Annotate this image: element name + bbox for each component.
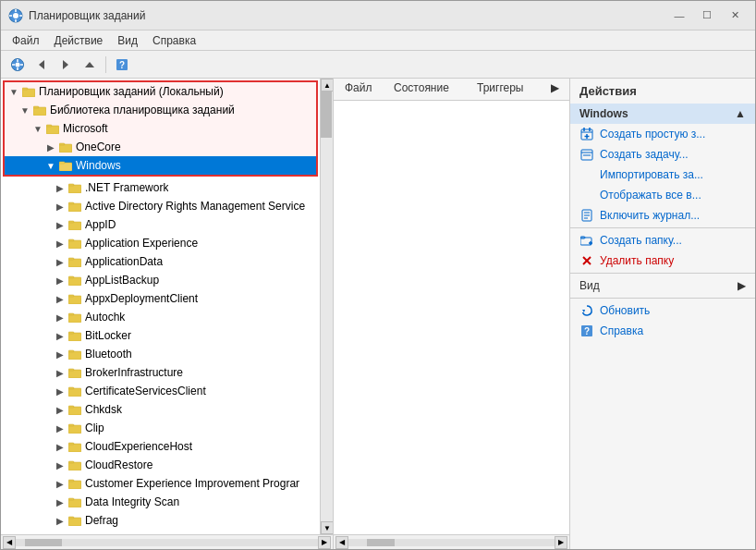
- tree-item-7[interactable]: ▶ BitLocker: [1, 326, 320, 345]
- highlighted-tree-group: ▼ Планировщик заданий (Локальный): [3, 80, 318, 177]
- tree-item-11[interactable]: ▶ Chkdsk: [1, 400, 320, 419]
- svg-rect-28: [68, 184, 74, 186]
- vscroll-track: [321, 92, 333, 521]
- help-toolbar-button[interactable]: ?: [111, 54, 133, 76]
- help-icon: ?: [579, 324, 594, 338]
- svg-rect-46: [68, 350, 74, 352]
- menu-action[interactable]: Действие: [47, 32, 111, 48]
- svg-rect-37: [68, 277, 81, 286]
- action-create-folder[interactable]: Создать папку...: [570, 230, 755, 251]
- action-delete-folder[interactable]: Удалить папку: [570, 251, 755, 271]
- col-header-file[interactable]: Файл: [339, 81, 388, 97]
- action-create-simple-label: Создать простую з...: [600, 128, 705, 141]
- svg-rect-30: [68, 202, 74, 204]
- tree-item-17[interactable]: ▶ Defrag: [1, 511, 320, 530]
- task-add-icon: [579, 147, 594, 162]
- tree-item-16[interactable]: ▶ Data Integrity Scan: [1, 493, 320, 511]
- hscroll-left-button[interactable]: ◀: [3, 536, 16, 549]
- forward-button[interactable]: [55, 54, 77, 76]
- close-button[interactable]: ✕: [722, 6, 748, 25]
- main-content: ▼ Планировщик заданий (Локальный): [1, 79, 755, 549]
- tree-item-15[interactable]: ▶ Customer Experience Improvement Progra…: [1, 474, 320, 493]
- menu-help[interactable]: Справка: [145, 32, 203, 48]
- svg-rect-20: [33, 106, 39, 108]
- svg-point-7: [16, 62, 20, 67]
- tree-item-5[interactable]: ▶ AppxDeploymentClient: [1, 289, 320, 308]
- tree-item-6[interactable]: ▶ Autochk: [1, 308, 320, 326]
- tree-item-13[interactable]: ▶ CloudExperienceHost: [1, 437, 320, 456]
- middle-hscroll-left[interactable]: ◀: [335, 536, 348, 549]
- tree-root[interactable]: ▼ Планировщик заданий (Локальный): [5, 82, 316, 101]
- application-experience-label: Application Experience: [85, 237, 198, 250]
- tree-onecore[interactable]: ▶ OneCore: [5, 138, 316, 156]
- action-enable-journal-label: Включить журнал...: [600, 209, 700, 222]
- action-show-all[interactable]: Отображать все в...: [570, 185, 755, 205]
- tree-item-label-6: Autochk: [85, 311, 125, 324]
- tree-item-3[interactable]: ▶ ApplicationData: [1, 252, 320, 271]
- svg-rect-40: [68, 295, 74, 297]
- microsoft-folder-icon: [45, 121, 60, 136]
- middle-panel: Файл Состояние Триггеры ▶ ◀ ▶: [334, 79, 570, 549]
- tree-library[interactable]: ▼ Библиотека планировщика заданий: [5, 101, 316, 119]
- vscroll-up-button[interactable]: ▲: [321, 79, 333, 92]
- maximize-button[interactable]: ☐: [694, 6, 720, 25]
- tree-item-4[interactable]: ▶ AppListBackup: [1, 271, 320, 289]
- middle-hscrollbar[interactable]: ◀ ▶: [334, 534, 569, 549]
- svg-rect-24: [59, 143, 65, 145]
- list-icon: [579, 188, 594, 202]
- folder-new-icon: [579, 233, 594, 248]
- svg-rect-22: [46, 125, 52, 127]
- clock-icon-btn[interactable]: [6, 54, 29, 76]
- tree-item-10[interactable]: ▶ CertificateServicesClient: [1, 382, 320, 400]
- menu-file[interactable]: Файл: [5, 32, 47, 48]
- svg-rect-29: [68, 203, 81, 212]
- hscroll-thumb[interactable]: [25, 539, 62, 546]
- tree-scroll-area[interactable]: ▼ Планировщик заданий (Локальный): [1, 79, 320, 534]
- svg-rect-47: [68, 370, 81, 378]
- action-help[interactable]: ? Справка: [570, 321, 755, 341]
- action-create-task[interactable]: Создать задачу...: [570, 144, 755, 165]
- menu-view[interactable]: Вид: [110, 32, 145, 48]
- tree-windows[interactable]: ▼ Windows: [5, 156, 316, 175]
- tree-item-application-experience[interactable]: ▶ Application Experience: [1, 234, 320, 252]
- tree-vscrollbar[interactable]: ▲ ▼: [320, 79, 333, 534]
- tree-item-0[interactable]: ▶ .NET Framework: [1, 178, 320, 197]
- action-enable-journal[interactable]: Включить журнал...: [570, 205, 755, 226]
- col-header-triggers[interactable]: Триггеры: [471, 81, 545, 97]
- action-help-label: Справка: [600, 324, 643, 337]
- action-refresh[interactable]: Обновить: [570, 300, 755, 321]
- tree-item-label-17: Defrag: [85, 514, 118, 527]
- hscroll-right-button[interactable]: ▶: [318, 536, 331, 549]
- tree-item-label-4: AppListBackup: [85, 274, 159, 287]
- action-view[interactable]: Вид ▶: [570, 275, 755, 296]
- svg-rect-50: [68, 387, 74, 389]
- tree-microsoft[interactable]: ▼ Microsoft: [5, 119, 316, 138]
- col-header-status[interactable]: Состояние: [388, 81, 471, 97]
- back-button[interactable]: [30, 54, 53, 76]
- col-header-more[interactable]: ▶: [545, 81, 564, 97]
- svg-rect-39: [68, 296, 81, 304]
- middle-hscroll-thumb[interactable]: [367, 539, 395, 546]
- tree-item-12[interactable]: ▶ Clip: [1, 419, 320, 437]
- tree-hscrollbar[interactable]: ◀ ▶: [1, 534, 333, 549]
- svg-point-1: [13, 13, 18, 18]
- root-folder-icon: [21, 84, 36, 99]
- tree-item-9[interactable]: ▶ BrokerInfrastructure: [1, 363, 320, 382]
- actions-section-windows[interactable]: Windows ▲: [570, 104, 755, 124]
- middle-hscroll-right[interactable]: ▶: [555, 536, 567, 549]
- vscroll-down-button[interactable]: ▼: [321, 521, 333, 534]
- actions-section-arrow: ▲: [735, 107, 746, 120]
- vscroll-thumb[interactable]: [321, 92, 332, 138]
- svg-rect-26: [59, 162, 65, 164]
- minimize-button[interactable]: —: [666, 6, 692, 25]
- tree-item-1[interactable]: ▶ Active Directory Rights Management Ser…: [1, 197, 320, 215]
- svg-marker-13: [63, 60, 68, 69]
- up-button[interactable]: [79, 54, 101, 76]
- tree-item-2[interactable]: ▶ AppID: [1, 215, 320, 234]
- action-create-task-label: Создать задачу...: [600, 148, 689, 161]
- action-import[interactable]: Импортировать за...: [570, 165, 755, 185]
- svg-rect-36: [68, 258, 74, 260]
- tree-item-8[interactable]: ▶ Bluetooth: [1, 345, 320, 363]
- tree-item-14[interactable]: ▶ CloudRestore: [1, 456, 320, 474]
- action-create-simple[interactable]: Создать простую з...: [570, 124, 755, 144]
